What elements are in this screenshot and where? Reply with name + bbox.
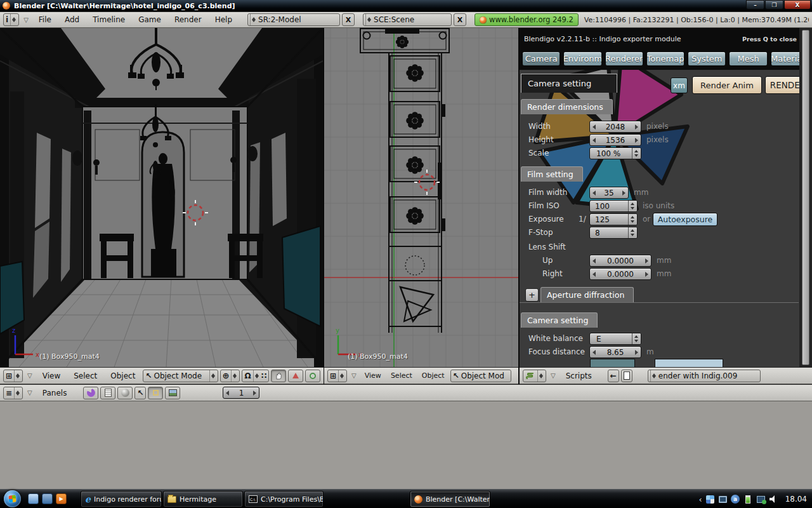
- screen-delete-button[interactable]: X: [342, 13, 355, 26]
- menu-add[interactable]: Add: [59, 15, 85, 24]
- tab-environment[interactable]: Environm: [563, 51, 601, 66]
- tab-renderer[interactable]: Renderer: [605, 51, 643, 66]
- context-script-button[interactable]: [100, 387, 115, 399]
- width-field[interactable]: 2048: [589, 121, 641, 133]
- menu-view[interactable]: View: [37, 371, 66, 380]
- quicklaunch-show-desktop[interactable]: [28, 493, 39, 504]
- scale-spinner-icon[interactable]: [632, 148, 641, 159]
- lens-up-field[interactable]: 0.0000: [589, 255, 652, 267]
- menu-panels[interactable]: Panels: [37, 389, 73, 398]
- proportional-spinner-icon[interactable]: [253, 370, 259, 382]
- menu-scripts[interactable]: Scripts: [560, 371, 598, 380]
- tab-tonemap[interactable]: Tonemap: [646, 51, 684, 66]
- tab-mesh[interactable]: Mesh: [729, 51, 767, 66]
- header-collapse-icon[interactable]: ▽: [349, 372, 359, 379]
- task-blender[interactable]: Blender [C:\Walter\...: [410, 491, 490, 507]
- tray-network-icon[interactable]: [756, 495, 766, 504]
- white-balance-field[interactable]: E: [589, 333, 641, 345]
- window-type-button[interactable]: ≡: [3, 387, 23, 399]
- close-button[interactable]: X: [784, 0, 811, 10]
- draw-type-dropdown[interactable]: ⊕: [220, 370, 240, 382]
- restore-button[interactable]: ❐: [765, 0, 783, 10]
- window-type-spinner-icon[interactable]: [14, 370, 20, 382]
- partial-button[interactable]: [590, 359, 635, 367]
- manipulator-rotate-button[interactable]: [305, 370, 320, 382]
- autoexposure-button[interactable]: Autoexposure: [653, 213, 717, 226]
- tray-volume-icon[interactable]: [769, 495, 778, 504]
- scene-selector[interactable]: SCE:Scene: [363, 13, 452, 26]
- viewport-3d-mid[interactable]: y x (1) Box950_mat4: [324, 28, 518, 367]
- render-dimensions-header[interactable]: Render dimensions: [521, 99, 613, 114]
- screen-selector-spinner-icon[interactable]: [250, 14, 256, 25]
- script-window-button[interactable]: [621, 370, 632, 382]
- task-cmd[interactable]: C:\ C:\Program Files\Bl...: [245, 491, 323, 507]
- context-shading-button[interactable]: [117, 387, 133, 399]
- tray-avast-icon[interactable]: a: [731, 495, 740, 504]
- quicklaunch-switcher[interactable]: [42, 493, 53, 504]
- xm-button[interactable]: xm: [671, 77, 688, 93]
- menu-select[interactable]: Select: [387, 371, 416, 380]
- window-type-button[interactable]: [523, 370, 546, 382]
- viewport-divider[interactable]: [518, 28, 520, 384]
- tray-battery-icon[interactable]: [743, 495, 753, 504]
- focus-distance-field[interactable]: 8.65: [589, 346, 641, 358]
- window-type-button[interactable]: ⊞: [327, 370, 347, 382]
- scripts-window[interactable]: Blendigo v2.2.11-b :: Indigo exporter mo…: [520, 28, 812, 367]
- proportional-edit-dropdown[interactable]: Ω ∷: [242, 370, 269, 382]
- viewport-3d-left[interactable]: z x (1) Box950_mat4: [0, 28, 323, 367]
- menu-game[interactable]: Game: [133, 15, 167, 24]
- tray-display-icon[interactable]: [718, 495, 728, 504]
- window-type-spinner-icon[interactable]: [14, 387, 20, 399]
- quicklaunch-media-player[interactable]: ▶: [56, 493, 67, 504]
- window-titlebar[interactable]: Blender [C:\Walter\Hermitage\hotel_indig…: [0, 0, 812, 11]
- tray-chevron-icon[interactable]: ‹: [698, 495, 702, 504]
- draw-type-spinner-icon[interactable]: [231, 370, 237, 382]
- film-setting-header[interactable]: Film setting: [521, 166, 583, 182]
- task-indigo-forum[interactable]: e Indigo renderer foru...: [81, 491, 161, 507]
- header-collapse-icon[interactable]: ▽: [21, 17, 31, 23]
- menu-view[interactable]: View: [361, 371, 385, 380]
- partial-button[interactable]: [655, 359, 723, 367]
- window-type-spinner-icon[interactable]: [10, 14, 16, 25]
- mode-dropdown[interactable]: ↖ Object Mod: [450, 370, 511, 382]
- window-type-button[interactable]: ⊞: [3, 370, 23, 382]
- scripts-scrollbar[interactable]: [802, 30, 809, 365]
- context-object-button[interactable]: ↖: [134, 387, 146, 399]
- version-button[interactable]: www.blender.org 249.2: [475, 13, 579, 26]
- context-logic-button[interactable]: [83, 387, 98, 399]
- context-editing-button[interactable]: [148, 387, 163, 399]
- menu-select[interactable]: Select: [68, 371, 103, 380]
- script-selector-spinner-icon[interactable]: [650, 370, 657, 382]
- manipulator-hand-button[interactable]: [271, 370, 286, 382]
- menu-render[interactable]: Render: [169, 15, 207, 24]
- viewport-3d-canvas[interactable]: z x: [0, 28, 323, 367]
- mode-spinner-icon[interactable]: [209, 370, 216, 382]
- menu-object[interactable]: Object: [418, 371, 449, 380]
- fstop-field[interactable]: 8: [589, 227, 638, 239]
- render-anim-button[interactable]: Render Anim: [692, 76, 762, 94]
- menu-object[interactable]: Object: [105, 371, 141, 380]
- height-field[interactable]: 1536: [589, 134, 641, 146]
- menu-help[interactable]: Help: [209, 15, 238, 24]
- header-collapse-icon[interactable]: ▽: [548, 372, 558, 379]
- script-back-button[interactable]: ←: [608, 370, 619, 382]
- script-selector[interactable]: ender with Indig.009: [648, 370, 761, 382]
- window-type-button[interactable]: i: [3, 13, 19, 26]
- window-type-spinner-icon[interactable]: [537, 370, 544, 382]
- exposure-spinner-icon[interactable]: [628, 214, 637, 225]
- mode-dropdown[interactable]: ↖ Object Mode: [143, 370, 218, 382]
- white-balance-spinner-icon[interactable]: [632, 333, 641, 344]
- scene-selector-spinner-icon[interactable]: [365, 14, 372, 25]
- screen-selector[interactable]: SR:2-Model: [247, 13, 340, 26]
- taskbar-clock[interactable]: 18.04: [782, 495, 807, 504]
- viewport-divider[interactable]: [323, 28, 324, 384]
- scale-field[interactable]: 100 %: [589, 147, 641, 159]
- start-button[interactable]: [4, 490, 21, 507]
- film-iso-field[interactable]: 100: [589, 200, 638, 212]
- header-collapse-icon[interactable]: ▽: [25, 389, 35, 396]
- task-hermitage[interactable]: Hermitage: [164, 491, 242, 507]
- window-type-spinner-icon[interactable]: [338, 370, 344, 382]
- menu-timeline[interactable]: Timeline: [87, 15, 131, 24]
- minimize-button[interactable]: –: [746, 0, 764, 10]
- film-width-field[interactable]: 35: [589, 187, 629, 199]
